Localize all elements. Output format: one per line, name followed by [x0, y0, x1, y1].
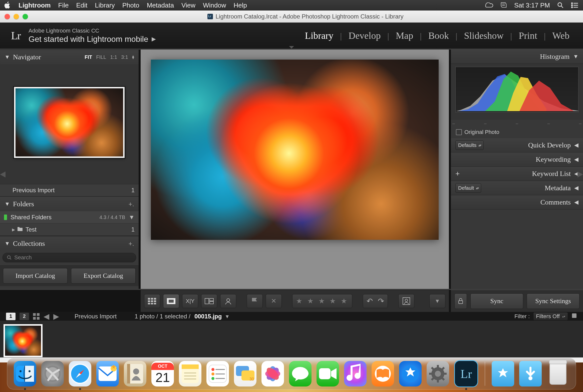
module-print[interactable]: Print — [512, 30, 544, 41]
zoom-fill[interactable]: FILL — [96, 54, 106, 60]
menu-library[interactable]: Library — [95, 2, 115, 9]
panel-header-collections[interactable]: ▼ Collections +. — [0, 236, 139, 251]
histogram-body[interactable] — [451, 64, 583, 120]
menu-file[interactable]: File — [58, 2, 69, 9]
rotate-cw-button[interactable]: ↷ — [378, 297, 384, 305]
window-zoom-button[interactable] — [23, 14, 28, 19]
right-panel-grip[interactable] — [577, 171, 583, 177]
dock-downloads-folder[interactable] — [519, 361, 542, 386]
panel-header-comments[interactable]: Comments ◀ — [451, 195, 583, 210]
dock-applications-folder[interactable] — [492, 361, 514, 386]
filmstrip-strip[interactable] — [0, 321, 583, 361]
rotate-ccw-button[interactable]: ↶ — [367, 297, 373, 305]
window-minimize-button[interactable] — [14, 14, 19, 19]
second-window-button[interactable]: 2 — [20, 313, 29, 320]
panel-header-quick-develop[interactable]: Defaults▴▾ Quick Develop ◀ — [451, 138, 583, 152]
zoom-stepper-icon[interactable]: ▴▾ — [132, 55, 134, 59]
collections-search[interactable]: Search — [3, 253, 136, 262]
dock-calendar[interactable]: OCT 21 — [151, 361, 174, 386]
panel-header-keywording[interactable]: Keywording ◀ — [451, 152, 583, 167]
window-close-button[interactable] — [5, 14, 10, 19]
panel-header-metadata[interactable]: Default▴▾ Metadata ◀ — [451, 181, 583, 195]
filename-menu-icon[interactable]: ▾ — [226, 313, 229, 320]
dock-photos[interactable] — [261, 361, 284, 386]
navigator-preview[interactable] — [14, 87, 125, 158]
sync-button[interactable]: Sync — [470, 293, 523, 309]
folder-volume[interactable]: Shared Folders 4.3 / 4.4 TB ▼ — [0, 211, 139, 224]
identity-plate[interactable]: Adobe Lightroom Classic CC Get started w… — [29, 28, 156, 44]
dock-ibooks[interactable] — [372, 361, 394, 386]
dock-mail[interactable] — [96, 361, 119, 386]
face-tag-button[interactable] — [398, 294, 414, 308]
dock-system-preferences[interactable] — [427, 361, 449, 386]
main-window-button[interactable]: 1 — [6, 313, 16, 320]
toolbar-chooser[interactable]: ▼ — [429, 294, 445, 308]
sync-toggle-button[interactable] — [454, 293, 467, 309]
module-map[interactable]: Map — [389, 30, 420, 41]
dock-safari[interactable] — [69, 361, 91, 386]
dock-messages[interactable] — [289, 361, 312, 386]
people-view-button[interactable] — [220, 294, 236, 308]
module-library[interactable]: Library — [298, 30, 340, 41]
add-keyword-button[interactable]: + — [455, 169, 460, 178]
spotlight-icon[interactable] — [557, 2, 564, 9]
module-slideshow[interactable]: Slideshow — [457, 30, 510, 41]
dock-notes[interactable] — [179, 361, 201, 386]
module-book[interactable]: Book — [422, 30, 455, 41]
zoom-1-1[interactable]: 1:1 — [110, 54, 117, 60]
notification-center-icon[interactable] — [571, 2, 578, 8]
dock-lightroom[interactable]: Lr — [454, 360, 478, 387]
add-folder-button[interactable]: +. — [129, 200, 134, 208]
compare-view-button[interactable]: X|Y — [182, 294, 198, 308]
dock-launchpad[interactable] — [41, 361, 64, 386]
dock-reminders[interactable] — [206, 361, 229, 386]
original-photo-toggle[interactable]: Original Photo — [451, 126, 583, 138]
menu-window[interactable]: Window — [203, 2, 226, 9]
panel-header-histogram[interactable]: Histogram ▼ — [451, 50, 583, 64]
grid-view-button[interactable] — [144, 294, 160, 308]
filter-select[interactable]: Filters Off▴▾ — [533, 312, 568, 321]
panel-header-navigator[interactable]: ▼ Navigator FIT FILL 1:1 3:1 ▴▾ — [0, 50, 139, 64]
preset-selector[interactable]: Defaults▴▾ — [455, 140, 484, 150]
metadata-preset-selector[interactable]: Default▴▾ — [455, 183, 481, 193]
catalog-previous-import[interactable]: Previous Import 1 — [0, 184, 139, 197]
menu-metadata[interactable]: Metadata — [147, 2, 174, 9]
zoom-fit[interactable]: FIT — [85, 54, 92, 60]
dock-trash[interactable] — [547, 361, 569, 386]
main-photo[interactable] — [151, 60, 439, 240]
menu-edit[interactable]: Edit — [76, 2, 87, 9]
dock-contacts[interactable] — [124, 361, 146, 386]
export-catalog-button[interactable]: Export Catalog — [71, 268, 136, 284]
survey-view-button[interactable] — [201, 294, 217, 308]
menubar-clock[interactable]: Sat 3:17 PM — [514, 2, 550, 9]
filmstrip-thumb[interactable] — [4, 324, 43, 357]
creative-cloud-icon[interactable] — [485, 3, 493, 8]
folder-item[interactable]: ▸ Test 1 — [0, 224, 139, 236]
menu-view[interactable]: View — [181, 2, 195, 9]
filmstrip-source[interactable]: Previous Import — [75, 313, 117, 320]
dock-messages-expose[interactable]: 30 — [234, 361, 256, 386]
panel-header-folders[interactable]: ▼ Folders +. — [0, 197, 139, 211]
filmstrip-filename[interactable]: 00015.jpg — [194, 313, 222, 320]
dock-app-store[interactable] — [399, 361, 422, 386]
script-menu-icon[interactable] — [500, 2, 507, 9]
go-back-button[interactable]: ◀ — [44, 312, 49, 321]
loupe-view[interactable] — [141, 50, 449, 289]
center-grip[interactable] — [0, 289, 583, 290]
module-web[interactable]: Web — [546, 30, 576, 41]
grid-icon[interactable] — [33, 313, 40, 320]
filter-lock-icon[interactable] — [571, 313, 577, 320]
chevron-down-icon[interactable]: ▼ — [129, 214, 135, 221]
menu-help[interactable]: Help — [233, 2, 247, 9]
panel-header-keyword-list[interactable]: + Keyword List ◀ — [451, 167, 583, 181]
zoom-3-1[interactable]: 3:1 — [121, 54, 128, 60]
dock-finder[interactable] — [14, 361, 36, 386]
left-panel-grip[interactable] — [0, 171, 6, 177]
loupe-view-button[interactable] — [163, 294, 179, 308]
module-develop[interactable]: Develop — [342, 30, 387, 41]
go-forward-button[interactable]: ▶ — [53, 312, 59, 321]
menubar-app-name[interactable]: Lightroom — [19, 2, 51, 9]
apple-menu[interactable] — [5, 2, 11, 9]
flag-pick-button[interactable] — [247, 294, 263, 308]
flag-reject-button[interactable]: ✕ — [266, 294, 282, 308]
